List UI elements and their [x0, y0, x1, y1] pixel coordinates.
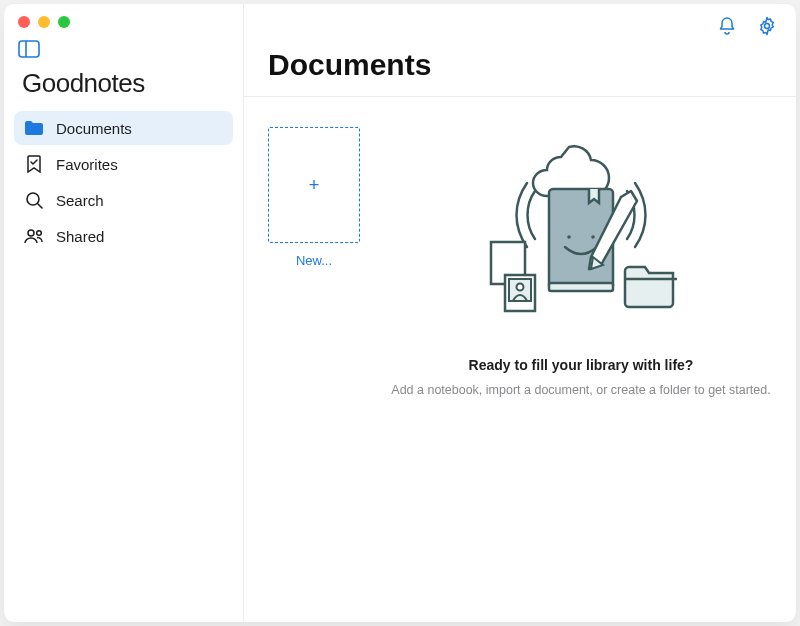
- empty-state: Ready to fill your library with life? Ad…: [390, 127, 772, 592]
- svg-point-12: [567, 235, 571, 239]
- svg-point-5: [37, 231, 42, 236]
- notifications-button[interactable]: [716, 15, 738, 37]
- svg-rect-0: [19, 41, 39, 57]
- plus-icon: +: [309, 175, 320, 196]
- sidebar-nav: Documents Favorites Se: [4, 111, 243, 253]
- main-area: Documents + New...: [244, 4, 796, 622]
- new-document-label: New...: [296, 253, 332, 268]
- sidebar: Goodnotes Documents Favorites: [4, 4, 244, 622]
- svg-line-3: [38, 204, 42, 208]
- empty-state-subtitle: Add a notebook, import a document, or cr…: [391, 383, 770, 397]
- bookmark-icon: [24, 154, 44, 174]
- topbar: [244, 4, 796, 48]
- svg-point-2: [27, 193, 39, 205]
- svg-point-9: [517, 284, 524, 291]
- sidebar-item-documents[interactable]: Documents: [14, 111, 233, 145]
- new-document-tile[interactable]: + New...: [268, 127, 360, 592]
- sidebar-item-favorites[interactable]: Favorites: [14, 147, 233, 181]
- settings-button[interactable]: [756, 15, 778, 37]
- empty-state-title: Ready to fill your library with life?: [469, 357, 694, 373]
- people-icon: [24, 226, 44, 246]
- gear-icon: [757, 16, 777, 36]
- sidebar-toggle-button[interactable]: [4, 36, 243, 68]
- app-title: Goodnotes: [4, 68, 243, 111]
- sidebar-item-label: Documents: [56, 120, 132, 137]
- page-title: Documents: [268, 48, 772, 82]
- svg-point-4: [28, 230, 34, 236]
- maximize-window-button[interactable]: [58, 16, 70, 28]
- minimize-window-button[interactable]: [38, 16, 50, 28]
- svg-point-13: [591, 235, 595, 239]
- content-area: + New...: [244, 97, 796, 622]
- sidebar-item-label: Favorites: [56, 156, 118, 173]
- empty-state-illustration: [461, 127, 701, 327]
- close-window-button[interactable]: [18, 16, 30, 28]
- search-icon: [24, 190, 44, 210]
- sidebar-item-label: Shared: [56, 228, 104, 245]
- new-document-box: +: [268, 127, 360, 243]
- svg-point-6: [765, 24, 770, 29]
- sidebar-item-label: Search: [56, 192, 104, 209]
- folder-icon: [24, 118, 44, 138]
- sidebar-toggle-icon: [18, 40, 229, 58]
- sidebar-item-search[interactable]: Search: [14, 183, 233, 217]
- page-header: Documents: [244, 48, 796, 97]
- window-controls: [4, 14, 243, 36]
- svg-rect-11: [549, 283, 613, 291]
- bell-icon: [717, 16, 737, 36]
- app-window: Goodnotes Documents Favorites: [4, 4, 796, 622]
- sidebar-item-shared[interactable]: Shared: [14, 219, 233, 253]
